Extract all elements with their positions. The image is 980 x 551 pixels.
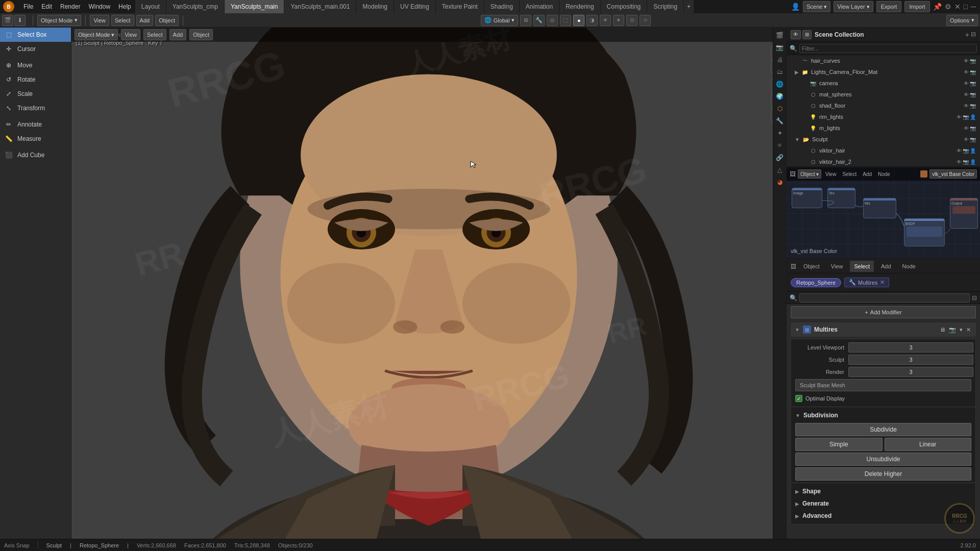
tool-transform[interactable]: ⤡ Transform xyxy=(0,101,71,115)
modifier-header[interactable]: ▼ ⊞ Multires 🖥 📷 ▾ ✕ xyxy=(791,322,976,337)
output-properties-icon[interactable]: 🖨 xyxy=(774,54,786,65)
outliner-item-lights-collection[interactable]: ▶ 📁 Lights_Camera_Floor_Mat 👁 📷 xyxy=(787,66,980,78)
hide-eye-icon[interactable]: 👁 xyxy=(964,58,969,64)
view-btn[interactable]: View xyxy=(90,15,109,26)
render-vis-icon[interactable]: 📷 xyxy=(948,327,957,333)
tab-yansculpts-main-001[interactable]: YanSculpts_main.001 xyxy=(284,0,356,13)
node-card-2[interactable]: Tex xyxy=(827,188,855,208)
tool-select-box[interactable]: ⬚ Select Box xyxy=(0,28,71,42)
modifier-down-icon[interactable]: ▾ xyxy=(959,327,964,333)
tab-animation[interactable]: Animation xyxy=(520,0,559,13)
view-icon-btn[interactable]: 👁 xyxy=(791,30,801,39)
render-menu[interactable]: Render xyxy=(56,0,84,13)
props-select-btn[interactable]: Select xyxy=(850,261,874,272)
node-view-btn[interactable]: View xyxy=(823,171,839,177)
tool-measure[interactable]: 📏 Measure xyxy=(0,132,71,146)
vp-select-btn[interactable]: Select xyxy=(143,29,166,40)
export-button[interactable]: Export xyxy=(876,1,902,12)
node-card-5[interactable]: Output xyxy=(950,198,978,229)
add-modifier-btn[interactable]: + Add Modifier xyxy=(791,306,976,318)
edit-menu[interactable]: Edit xyxy=(37,0,56,13)
sculpt-base-mesh-btn[interactable]: Sculpt Base Mesh xyxy=(795,379,971,391)
outliner-item-viktor-hair-2[interactable]: ⬡ viktor_hair_2 👁 📷 👤 xyxy=(787,156,980,167)
outliner-item-hair-curves[interactable]: 〜 hair_curves 👁 📷 xyxy=(787,55,980,66)
tab-rendering[interactable]: Rendering xyxy=(559,0,600,13)
unsubdivide-btn[interactable]: Unsubdivide xyxy=(795,453,971,466)
close-icon[interactable]: ✕ xyxy=(954,3,961,11)
minimize-icon[interactable]: ─ xyxy=(971,3,976,11)
wireframe-btn[interactable]: ⬚ xyxy=(560,15,571,26)
physics-icon[interactable]: ⚛ xyxy=(774,140,786,151)
object-btn[interactable]: Object xyxy=(155,15,179,26)
simple-btn[interactable]: Simple xyxy=(795,438,883,451)
magnet-icon[interactable]: 🔧 xyxy=(533,15,545,26)
render-properties-icon[interactable]: 📷 xyxy=(774,42,786,53)
props-search-input[interactable] xyxy=(799,293,970,303)
tab-shading[interactable]: Shading xyxy=(484,0,520,13)
options-dropdown[interactable]: Options▾ xyxy=(946,15,978,26)
node-card-3[interactable]: Mix xyxy=(863,198,896,218)
window-menu[interactable]: Window xyxy=(84,0,114,13)
global-dropdown[interactable]: 🌐Global▾ xyxy=(481,15,519,26)
settings-icon[interactable]: ⚙ xyxy=(945,3,951,11)
node-card-1[interactable]: Image xyxy=(792,188,822,208)
node-select-btn[interactable]: Select xyxy=(840,171,859,177)
proportional-icon[interactable]: ◎ xyxy=(547,15,558,26)
info-icon-btn[interactable]: ℹ xyxy=(14,15,26,26)
outliner-item-rim-lights[interactable]: 💡 rim_lights 👁 📷 👤 xyxy=(787,111,980,122)
tab-yansculpts-main[interactable]: YanSculpts_main xyxy=(225,0,285,13)
filter-icon[interactable]: ⊟ xyxy=(971,31,976,39)
collection-render-icon[interactable]: 📷 xyxy=(970,69,976,75)
delete-higher-btn[interactable]: Delete Higher xyxy=(795,467,971,481)
tool-add-cube[interactable]: ⬛ Add Cube xyxy=(0,148,71,162)
view-layer-dropdown[interactable]: View Layer ▾ xyxy=(834,1,873,12)
vp-add-btn[interactable]: Add xyxy=(169,29,187,40)
material-btn[interactable]: ◑ xyxy=(586,15,598,26)
optimal-display-checkbox[interactable]: ✓ xyxy=(795,395,802,402)
props-node-btn[interactable]: Node xyxy=(898,261,920,272)
scene-icon[interactable]: 🌐 xyxy=(774,79,786,90)
viewport-shade-options[interactable]: ▾ xyxy=(613,15,624,26)
realtime-icon[interactable]: 🖥 xyxy=(939,327,946,333)
collection-hide-icon[interactable]: 👁 xyxy=(964,69,969,75)
tool-annotate[interactable]: ✏ Annotate xyxy=(0,117,71,132)
tool-scale[interactable]: ⤢ Scale xyxy=(0,87,71,101)
view-layer-icon[interactable]: 🗂 xyxy=(774,66,786,78)
tab-scripting[interactable]: Scripting xyxy=(647,0,684,13)
solid-btn[interactable]: ● xyxy=(573,15,584,26)
select-btn[interactable]: Select xyxy=(111,15,134,26)
tab-texture-paint[interactable]: Texture Paint xyxy=(436,0,484,13)
modifier-icon[interactable]: 🔧 xyxy=(774,115,786,127)
scene-dropdown[interactable]: Scene ▾ xyxy=(803,1,830,12)
sculpt-value[interactable]: 3 xyxy=(848,355,973,365)
tab-add[interactable]: + xyxy=(684,0,694,13)
rendered-btn[interactable]: ☀ xyxy=(600,15,611,26)
tab-compositing[interactable]: Compositing xyxy=(601,0,648,13)
outliner-search-input[interactable] xyxy=(799,44,977,53)
node-node-btn[interactable]: Node xyxy=(876,171,892,177)
render-icon-btn[interactable]: 🎬 xyxy=(2,15,13,26)
tool-cursor[interactable]: ✛ Cursor xyxy=(0,42,71,56)
world-icon[interactable]: 🌍 xyxy=(774,91,786,102)
props-view-btn[interactable]: View xyxy=(827,261,847,272)
props-add-btn[interactable]: Add xyxy=(877,261,895,272)
render-value[interactable]: 3 xyxy=(848,367,973,377)
add-collection-icon[interactable]: + xyxy=(965,31,969,39)
node-card-4[interactable]: BSDF xyxy=(904,218,945,246)
mode-dropdown[interactable]: Object Mode▾ xyxy=(37,15,81,26)
node-editor-mini[interactable]: 🖼 Object▾ View Select Add Node vlk_vst B… xyxy=(787,167,980,259)
tool-rotate[interactable]: ↺ Rotate xyxy=(0,72,71,87)
scene-properties-icon[interactable]: 🎬 xyxy=(774,30,786,41)
outliner-item-shad-floor[interactable]: ⬡ shad_floor 👁 📷 xyxy=(787,100,980,111)
particle-icon[interactable]: ✦ xyxy=(774,128,786,139)
modifier-close-icon[interactable]: ✕ xyxy=(965,327,972,333)
props-object-btn[interactable]: Object xyxy=(799,261,824,272)
level-viewport-value[interactable]: 3 xyxy=(848,342,973,353)
object-properties-icon[interactable]: ⬡ xyxy=(774,103,786,114)
material-icon[interactable]: ◕ xyxy=(774,177,786,188)
linear-btn[interactable]: Linear xyxy=(885,438,972,451)
data-icon[interactable]: △ xyxy=(774,164,786,176)
tab-modeling[interactable]: Modeling xyxy=(356,0,394,13)
import-button[interactable]: Import xyxy=(904,1,929,12)
multires-label[interactable]: 🔧 Multires ✕ xyxy=(844,278,889,287)
